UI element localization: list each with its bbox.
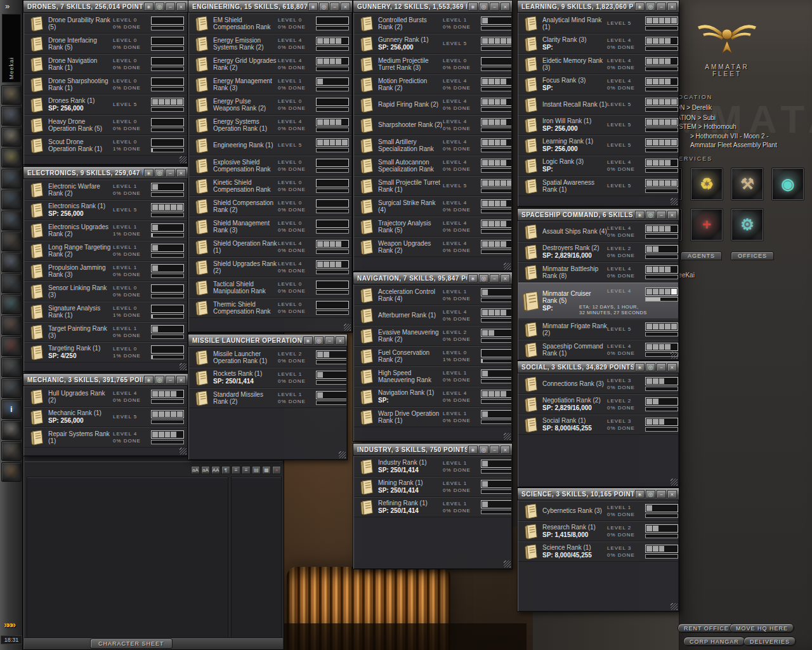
skill-row[interactable]: Eidetic Memory Rank (3)LEVEL 40% DONE <box>518 54 678 74</box>
skill-row[interactable]: Tactical Shield Manipulation RankLEVEL 0… <box>189 277 351 298</box>
close-button[interactable]: × <box>176 3 186 11</box>
minimize-button[interactable]: − <box>657 490 666 498</box>
close-button[interactable]: × <box>501 446 510 454</box>
window-resize-grip[interactable] <box>671 198 678 205</box>
skill-row[interactable]: Drones Rank (1)SP: 256,000LEVEL 5 <box>24 95 187 115</box>
tab-agents[interactable]: AGENTS <box>681 251 722 260</box>
minimize-button[interactable]: − <box>166 3 175 11</box>
skill-row[interactable]: Learning Rank (1)SP: 256,000LEVEL 5 <box>518 135 678 156</box>
minimize-button[interactable]: − <box>490 446 499 454</box>
lock-button[interactable]: ◎ <box>479 3 488 11</box>
reprocessing-plant-icon[interactable]: ♻ <box>690 168 723 201</box>
window-resize-grip[interactable] <box>180 363 187 370</box>
insert-table-icon[interactable]: ▤ <box>252 466 261 474</box>
lock-button[interactable]: ◎ <box>646 490 655 498</box>
neocom-character-panel[interactable]: Meekai <box>2 14 21 83</box>
skill-row[interactable]: Heavy Drone Operation Rank (5)LEVEL 00% … <box>24 115 187 135</box>
minimize-button[interactable]: − <box>325 336 334 345</box>
skill-row[interactable]: Shield Management Rank (3)LEVEL 00% DONE <box>189 216 351 237</box>
window-titlebar[interactable]: ENGINEERING, 15 SKILLS, 618,807 POINTS∗◎… <box>188 1 352 13</box>
accessories-icon[interactable] <box>1 441 22 461</box>
skill-row[interactable]: Drone Sharpshooting Rank (1)LEVEL 00% DO… <box>24 74 187 95</box>
science-lab-icon[interactable]: ◉ <box>771 168 804 201</box>
font-underline-icon[interactable]: AA <box>211 466 220 474</box>
skill-row[interactable]: Sensor Linking Rank (3)LEVEL 00% DONE <box>24 281 187 302</box>
lock-button[interactable]: ◎ <box>319 3 329 11</box>
skill-row[interactable]: Electronic Warfare Rank (2)LEVEL 10% DON… <box>24 180 187 200</box>
pin-button[interactable]: ∗ <box>308 3 318 11</box>
skill-row[interactable]: Surgical Strike Rank (4)LEVEL 40% DONE <box>354 196 511 216</box>
skill-row[interactable]: Engineering Rank (1)LEVEL 5 <box>189 135 351 156</box>
medical-bay-icon[interactable]: + <box>690 208 723 241</box>
minimize-button[interactable]: − <box>490 3 499 11</box>
character-sheet-icon[interactable] <box>1 85 22 105</box>
skill-row[interactable]: Refining Rank (1)SP: 250/1,414LEVEL 10% … <box>354 497 511 517</box>
skill-row[interactable]: Minmatar Frigate Rank (2)LEVEL 5 <box>518 319 678 340</box>
lock-button[interactable]: ◎ <box>646 3 655 11</box>
close-button[interactable]: × <box>176 376 186 384</box>
people-places-icon[interactable] <box>1 378 22 398</box>
close-button[interactable]: × <box>667 3 677 11</box>
skill-row[interactable]: Industry Rank (1)SP: 250/1,414LEVEL 10% … <box>354 456 511 477</box>
pin-button[interactable]: ∗ <box>303 336 313 345</box>
close-button[interactable]: × <box>501 274 510 282</box>
skill-row[interactable]: Trajectory Analysis Rank (5)LEVEL 40% DO… <box>354 216 511 237</box>
skill-row[interactable]: Long Range Targeting Rank (2)LEVEL 10% D… <box>24 241 187 261</box>
corp-hangar-button[interactable]: CORP HANGAR <box>683 637 745 646</box>
skill-row[interactable]: Motion Prediction Rank (2)LEVEL 40% DONE <box>354 74 511 95</box>
pin-button[interactable]: ∗ <box>635 211 645 219</box>
skill-row[interactable]: Gunnery Rank (1)SP: 256,000LEVEL 5 <box>354 34 511 54</box>
window-resize-grip[interactable] <box>671 352 678 359</box>
window-titlebar[interactable]: NAVIGATION, 7 SKILLS, 95,847 POINTS∗◎−× <box>353 272 512 284</box>
skill-row[interactable]: Acceleration Control Rank (4)LEVEL 10% D… <box>354 285 511 305</box>
lock-button[interactable]: ◎ <box>155 169 164 177</box>
skill-row[interactable]: Destroyers Rank (2)SP: 2,829/16,000LEVEL… <box>518 242 678 262</box>
close-button[interactable]: × <box>341 3 350 11</box>
skill-row[interactable]: Sharpshooter Rank (2)LEVEL 40% DONE <box>354 115 511 135</box>
skill-row[interactable]: Mechanic Rank (1)SP: 256,000LEVEL 5 <box>24 407 187 427</box>
close-button[interactable]: × <box>667 490 677 498</box>
skill-row[interactable]: Shield Compensation Rank (2)LEVEL 00% DO… <box>189 196 351 216</box>
lock-button[interactable]: ◎ <box>479 446 488 454</box>
bio-text-area[interactable] <box>27 477 228 638</box>
skill-row[interactable]: Small Autocannon Specialization RankLEVE… <box>354 156 511 176</box>
skill-row[interactable]: High Speed Maneuvering RankLEVEL 10% DON… <box>354 366 511 387</box>
skill-row[interactable]: Signature Analysis Rank (1)LEVEL 01% DON… <box>24 302 187 322</box>
skill-row[interactable]: Electronics Rank (1)SP: 256,000LEVEL 5 <box>24 200 187 220</box>
skill-row[interactable]: EM Shield Compensation RankLEVEL 00% DON… <box>189 13 351 34</box>
skill-row[interactable]: Spatial Awareness Rank (1)LEVEL 5 <box>518 176 678 196</box>
minimize-button[interactable]: − <box>657 211 666 219</box>
lock-button[interactable]: ◎ <box>646 363 655 371</box>
window-titlebar[interactable]: MISSILE LAUNCHER OPERATION, 3 SKILLS∗◎−× <box>188 335 347 347</box>
skill-row[interactable]: Clarity Rank (3)SP:LEVEL 40% DONE <box>518 34 678 54</box>
repair-shop-icon[interactable]: ⚒ <box>731 168 764 201</box>
cargo-icon[interactable] <box>1 462 22 482</box>
move-hq-button[interactable]: MOVE HQ HERE <box>730 623 794 633</box>
skill-row[interactable]: Rockets Rank (1)SP: 250/1,414LEVEL 10% D… <box>189 368 346 388</box>
pin-button[interactable]: ∗ <box>144 169 154 177</box>
fitting-icon[interactable] <box>1 232 22 251</box>
skill-row[interactable]: Repair Systems Rank (1)LEVEL 40% DONE <box>24 427 187 448</box>
window-titlebar[interactable]: MECHANIC, 3 SKILLS, 391,765 POINTS∗◎−× <box>23 374 188 386</box>
bullet-list-icon[interactable]: ≡ <box>232 466 240 474</box>
close-button[interactable]: × <box>336 336 345 345</box>
clear-format-icon[interactable]: × <box>272 466 281 474</box>
skill-row[interactable]: Evasive Maneuvering Rank (2)LEVEL 20% DO… <box>354 326 511 346</box>
rent-office-button[interactable]: RENT OFFICE <box>678 623 735 633</box>
lock-button[interactable]: ◎ <box>155 376 164 384</box>
minimize-button[interactable]: − <box>330 3 339 11</box>
lock-button[interactable]: ◎ <box>479 274 488 282</box>
window-resize-grip[interactable] <box>504 263 511 270</box>
close-button[interactable]: × <box>667 363 677 371</box>
skill-row[interactable]: Shield Operation Rank (1)LEVEL 40% DONE <box>189 237 351 257</box>
skill-row[interactable]: Connections Rank (3)LEVEL 30% DONE <box>518 374 678 394</box>
market-icon[interactable] <box>1 169 22 189</box>
neocom-clock[interactable]: 18:31 <box>1 635 22 644</box>
skill-row[interactable]: Drone Interfacing Rank (5)LEVEL 00% DONE <box>24 34 187 54</box>
numbered-list-icon[interactable]: ≡ <box>242 466 251 474</box>
skill-row[interactable]: Missile Launcher Operation Rank (1)LEVEL… <box>189 347 346 368</box>
skill-row[interactable]: Minmatar Battleship Rank (8)LEVEL 40% DO… <box>518 262 678 282</box>
star-map-icon[interactable] <box>1 253 22 272</box>
window-resize-grip[interactable] <box>671 603 678 610</box>
pin-button[interactable]: ∗ <box>635 363 645 371</box>
